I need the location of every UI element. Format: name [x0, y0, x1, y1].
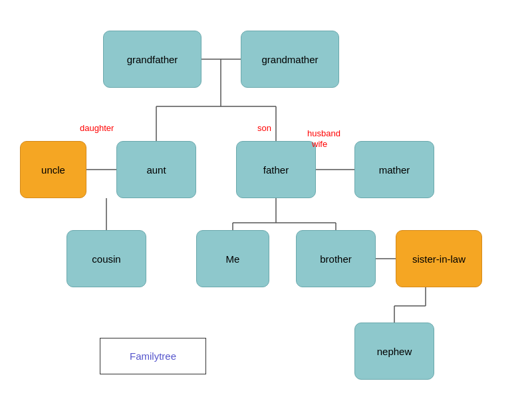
father-node: father — [236, 141, 316, 198]
son-label: son — [257, 123, 271, 133]
me-node: Me — [196, 230, 269, 287]
cousin-node: cousin — [66, 230, 146, 287]
legend-text: Familytree — [130, 350, 176, 362]
grandfather-node: grandfather — [103, 31, 201, 88]
uncle-node: uncle — [20, 141, 86, 198]
nephew-node: nephew — [354, 323, 434, 380]
mother-node: mather — [354, 141, 434, 198]
husband-label: husband — [307, 128, 340, 138]
wife-label: wife — [312, 139, 327, 149]
grandmother-node: grandmather — [241, 31, 339, 88]
aunt-node: aunt — [116, 141, 196, 198]
legend-box: Familytree — [100, 338, 206, 374]
brother-node: brother — [296, 230, 376, 287]
sister_in_law-node: sister-in-law — [396, 230, 482, 287]
daughter-label: daughter — [80, 123, 114, 133]
